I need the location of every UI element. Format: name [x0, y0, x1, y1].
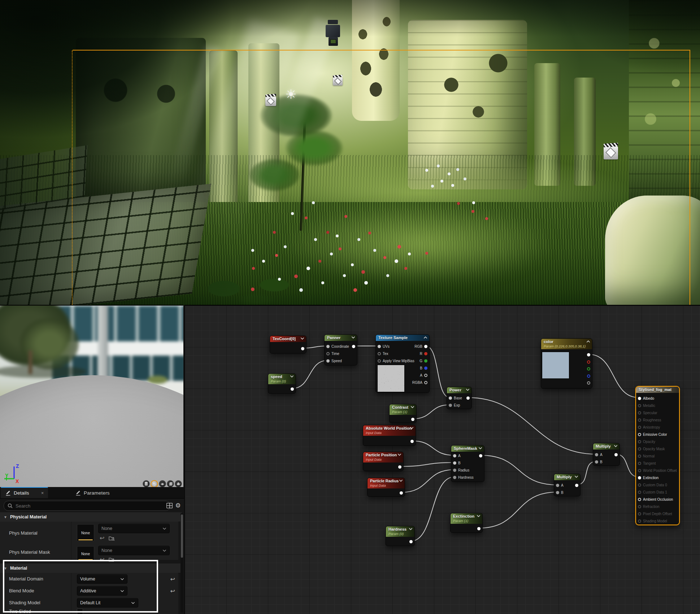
input-pin-pixel-depth-offset[interactable]: Pixel Depth Offset [638, 511, 672, 516]
graph-node-texcoord[interactable]: TexCoord[0] [270, 335, 306, 354]
cine-camera-icon[interactable] [325, 20, 342, 47]
tab-close-icon[interactable]: × [41, 490, 44, 496]
output-pin-a[interactable]: A [420, 373, 427, 378]
input-pin-exp[interactable]: Exp [449, 403, 460, 408]
sun-light-icon[interactable]: ☀ [284, 87, 298, 102]
asset-thumbnail[interactable]: None [77, 524, 94, 541]
input-pin-coordinate[interactable]: Coordinate [326, 344, 349, 349]
graph-node-color[interactable]: colorParam (0.226,0.305,0.38,1) [541, 338, 592, 389]
output-pin-out[interactable] [585, 380, 590, 385]
input-pin-a[interactable]: A [556, 483, 564, 488]
material-preview-viewport[interactable]: Z Y X [0, 305, 183, 488]
input-pin-opacity-mask[interactable]: Opacity Mask [638, 446, 665, 451]
input-pin-albedo[interactable]: Albedo [638, 396, 654, 401]
details-scrollbar[interactable] [181, 513, 183, 613]
output-pin-out[interactable] [585, 352, 590, 357]
input-pin-b[interactable]: B [556, 490, 564, 495]
asset-thumbnail[interactable]: None [77, 546, 94, 561]
output-pin-out[interactable] [289, 386, 294, 391]
graph-node-multiply2[interactable]: MultiplyAB [554, 474, 581, 496]
preview-shape-cylinder-button[interactable] [143, 480, 150, 487]
output-pin-out[interactable] [398, 490, 403, 495]
graph-node-awp[interactable]: Absolute World PositionInput Data [363, 425, 416, 446]
output-pin-out[interactable] [613, 452, 618, 457]
input-pin-normal[interactable]: Normal [638, 453, 655, 459]
output-pin-out[interactable] [573, 483, 578, 488]
graph-node-multiply1[interactable]: MultiplyAB [593, 443, 620, 466]
graph-node-speed[interactable]: speedParam (0) [268, 373, 296, 394]
revert-to-default-icon[interactable]: ↩ [170, 587, 175, 594]
graph-node-hardness[interactable]: HardnessParam (0) [386, 526, 415, 546]
preview-shape-cube-button[interactable] [167, 480, 174, 487]
output-pin-out[interactable] [585, 366, 590, 371]
output-pin-out[interactable] [477, 453, 482, 458]
tab-details[interactable]: Details × [1, 487, 48, 498]
output-pin-out[interactable] [465, 395, 470, 400]
output-pin-g[interactable]: G [419, 358, 427, 363]
graph-node-result[interactable]: Stylised_fog_matAlbedoMetallicSpecularRo… [635, 386, 680, 525]
input-pin-metallic[interactable]: Metallic [638, 403, 655, 408]
input-pin-tangent[interactable]: Tangent [638, 461, 656, 466]
material-domain-dropdown[interactable]: Volume [77, 574, 127, 584]
column-view-icon[interactable] [165, 501, 173, 510]
color-swatch[interactable] [542, 352, 569, 379]
input-pin-roughness[interactable]: Roughness [638, 417, 661, 422]
tab-parameters[interactable]: Parameters [71, 488, 114, 498]
browse-asset-icon[interactable] [109, 557, 115, 562]
preview-shape-sphere-button[interactable] [151, 480, 158, 488]
input-pin-refraction[interactable]: Refraction [638, 504, 660, 509]
input-pin-tex[interactable]: Tex [378, 351, 388, 356]
input-pin-uvs[interactable]: UVs [378, 344, 390, 349]
output-pin-out[interactable] [409, 417, 414, 422]
graph-node-contrast[interactable]: ContrastParam (1) [389, 404, 417, 423]
phys-material-mask-dropdown[interactable]: None [98, 546, 170, 555]
section-material[interactable]: ▼ Material [0, 563, 182, 573]
graph-node-texsample[interactable]: Texture SampleUVsTexApply View MipBiasRG… [375, 334, 430, 393]
graph-node-power[interactable]: PowerBaseExp [447, 387, 472, 409]
level-viewport[interactable]: ☀ [0, 0, 700, 306]
output-pin-out[interactable] [408, 539, 413, 544]
input-pin-time[interactable]: Time [326, 351, 339, 356]
material-graph-editor[interactable]: TexCoord[0]PannerCoordinateTimeSpeedText… [184, 305, 700, 614]
graph-node-panner[interactable]: PannerCoordinateTimeSpeed [324, 334, 357, 365]
section-physical-material[interactable]: ▼ Physical Material [0, 512, 182, 522]
clapperboard-icon[interactable] [265, 97, 276, 106]
preview-shape-teapot-button[interactable] [175, 480, 182, 487]
input-pin-emissive-color[interactable]: Emissive Color [638, 432, 667, 437]
output-pin-out[interactable] [475, 526, 481, 531]
browse-asset-icon[interactable] [109, 536, 115, 541]
input-pin-b[interactable]: B [595, 459, 603, 464]
input-pin-extinction[interactable]: Extinction [638, 475, 658, 480]
settings-gear-icon[interactable]: ⚙ [174, 501, 182, 510]
output-pin-out[interactable] [409, 439, 414, 444]
input-pin-custom-data-1[interactable]: Custom Data 1 [638, 490, 667, 495]
graph-node-exctinction[interactable]: ExctinctionParam (1) [450, 513, 483, 533]
output-pin-out[interactable] [350, 344, 355, 349]
input-pin-base[interactable]: Base [449, 395, 462, 400]
clapperboard-icon[interactable] [604, 146, 618, 159]
input-pin-radius[interactable]: Radius [453, 468, 469, 473]
output-pin-rgb[interactable]: RGB [414, 344, 427, 349]
input-pin-anisotropy[interactable]: Anisotropy [638, 425, 660, 430]
input-pin-hardness[interactable]: Hardness [453, 475, 474, 480]
output-pin-out[interactable] [585, 373, 590, 378]
use-selected-asset-icon[interactable]: ↩ [100, 535, 104, 541]
graph-node-spheremask[interactable]: SphereMaskABRadiusHardness [451, 445, 484, 482]
graph-node-pradius[interactable]: Particle RadiusInput Data [367, 478, 405, 497]
shading-model-dropdown[interactable]: Default Lit [77, 598, 138, 608]
input-pin-world-position-offset[interactable]: World Position Offset [638, 468, 677, 473]
phys-material-dropdown[interactable]: None [98, 524, 170, 533]
input-pin-opacity[interactable]: Opacity [638, 439, 655, 444]
clapperboard-icon[interactable] [333, 77, 343, 85]
input-pin-a[interactable]: A [453, 453, 461, 458]
search-input[interactable]: Search [4, 501, 170, 511]
output-pin-rgba[interactable]: RGBA [412, 380, 427, 385]
input-pin-a[interactable]: A [595, 452, 603, 457]
input-pin-shading-model[interactable]: Shading Model [638, 518, 667, 523]
blend-mode-dropdown[interactable]: Additive [77, 586, 127, 596]
output-pin-out[interactable] [299, 346, 304, 351]
output-pin-b[interactable]: B [420, 365, 427, 370]
input-pin-specular[interactable]: Specular [638, 410, 657, 415]
input-pin-custom-data-0[interactable]: Custom Data 0 [638, 482, 667, 487]
graph-node-pposition[interactable]: Particle PositionInput Data [363, 452, 404, 471]
